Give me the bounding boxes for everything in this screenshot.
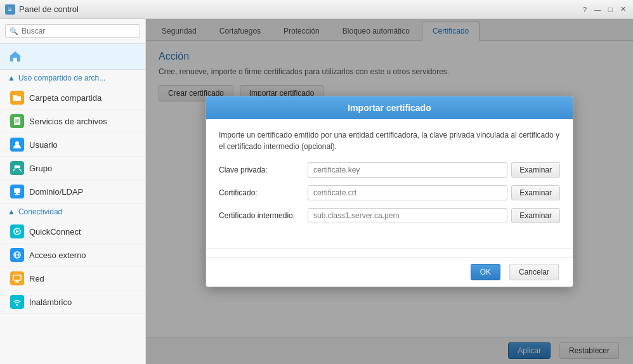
app-icon: ≡ bbox=[5, 4, 15, 15]
section-header-sharing[interactable]: ▲ Uso compartido de arch... bbox=[0, 70, 145, 86]
section-label-connectivity: Conectividad bbox=[18, 207, 62, 216]
section-header-connectivity[interactable]: ▲ Conectividad bbox=[0, 204, 145, 220]
sidebar-item-user[interactable]: Usuario bbox=[0, 133, 145, 157]
svg-point-9 bbox=[17, 166, 20, 169]
import-certificate-modal: Importar certificado Importe un certific… bbox=[206, 96, 573, 287]
help-button[interactable]: ? bbox=[580, 4, 590, 15]
sidebar-label-group: Grupo bbox=[29, 164, 52, 173]
input-certificate[interactable] bbox=[308, 185, 507, 200]
shared-folder-icon bbox=[10, 91, 24, 105]
network-icon bbox=[10, 271, 24, 285]
sidebar-item-file-services[interactable]: Servicios de archivos bbox=[0, 110, 145, 133]
sidebar-item-shared-folder[interactable]: Carpeta compartida bbox=[0, 86, 145, 110]
label-certificate: Certificado: bbox=[219, 188, 308, 197]
modal-footer: OK Cancelar bbox=[206, 257, 573, 287]
svg-marker-1 bbox=[10, 51, 21, 56]
home-icon bbox=[8, 49, 23, 64]
label-private-key: Clave privada: bbox=[219, 166, 308, 174]
sidebar-item-wireless[interactable]: Inalámbrico bbox=[0, 290, 145, 314]
form-row-certificate: Certificado: Examinar bbox=[219, 185, 560, 200]
browse-private-key-button[interactable]: Examinar bbox=[511, 162, 560, 178]
maximize-button[interactable]: □ bbox=[605, 4, 615, 15]
modal-body: Importe un certificado emitido por una e… bbox=[206, 119, 573, 241]
modal-header: Importar certificado bbox=[206, 96, 573, 119]
minimize-button[interactable]: — bbox=[592, 4, 603, 15]
svg-rect-12 bbox=[15, 194, 20, 195]
wireless-icon bbox=[10, 295, 24, 309]
svg-rect-10 bbox=[14, 188, 20, 193]
group-icon bbox=[10, 161, 24, 175]
sidebar-item-domain[interactable]: Dominio/LDAP bbox=[0, 180, 145, 204]
section-label-sharing: Uso compartido de arch... bbox=[18, 74, 105, 82]
sidebar-label-file-services: Servicios de archivos bbox=[29, 117, 107, 126]
search-box[interactable]: 🔍 bbox=[5, 24, 140, 38]
sidebar-item-network[interactable]: Red bbox=[0, 267, 145, 290]
search-input[interactable] bbox=[22, 27, 136, 36]
input-intermediate[interactable] bbox=[308, 208, 507, 223]
domain-icon bbox=[10, 185, 24, 198]
search-icon: 🔍 bbox=[10, 27, 18, 36]
browse-intermediate-button[interactable]: Examinar bbox=[511, 208, 560, 223]
main-container: 🔍 ▲ Uso compartido de arch... bbox=[0, 19, 633, 364]
svg-rect-2 bbox=[13, 58, 17, 62]
sidebar-label-external-access: Acceso externo bbox=[29, 250, 86, 260]
title-bar: ≡ Panel de control ? — □ ✕ bbox=[0, 0, 633, 19]
file-services-icon bbox=[10, 114, 24, 128]
sidebar-label-quickconnect: QuickConnect bbox=[29, 227, 81, 237]
modal-ok-button[interactable]: OK bbox=[471, 264, 500, 280]
close-button[interactable]: ✕ bbox=[618, 4, 628, 15]
collapse-icon: ▲ bbox=[8, 74, 15, 82]
browse-certificate-button[interactable]: Examinar bbox=[511, 185, 560, 200]
window-controls: ? — □ ✕ bbox=[580, 4, 628, 15]
sidebar-item-group[interactable]: Grupo bbox=[0, 157, 145, 180]
quickconnect-icon bbox=[10, 224, 24, 238]
form-row-intermediate: Certificado intermedio: Examinar bbox=[219, 208, 560, 223]
sidebar-label-shared-folder: Carpeta compartida bbox=[29, 93, 101, 103]
sidebar-label-network: Red bbox=[29, 274, 44, 283]
collapse-icon-connectivity: ▲ bbox=[8, 207, 15, 216]
svg-point-20 bbox=[16, 304, 18, 306]
form-row-private-key: Clave privada: Examinar bbox=[219, 162, 560, 178]
sidebar-label-user: Usuario bbox=[29, 140, 58, 150]
external-access-icon bbox=[10, 248, 24, 262]
sidebar: 🔍 ▲ Uso compartido de arch... bbox=[0, 19, 146, 364]
svg-rect-17 bbox=[13, 275, 21, 280]
sidebar-label-wireless: Inalámbrico bbox=[29, 297, 72, 307]
user-icon bbox=[10, 138, 24, 152]
content-area: Seguridad Cortafuegos Protección Bloqueo… bbox=[146, 19, 633, 364]
window-title: Panel de control bbox=[19, 4, 79, 14]
input-private-key[interactable] bbox=[308, 162, 507, 178]
sidebar-item-quickconnect[interactable]: QuickConnect bbox=[0, 220, 145, 244]
modal-title: Importar certificado bbox=[216, 103, 563, 113]
sidebar-search-area: 🔍 bbox=[0, 19, 145, 44]
sidebar-label-domain: Dominio/LDAP bbox=[29, 187, 83, 197]
modal-cancel-button[interactable]: Cancelar bbox=[509, 264, 559, 280]
modal-description: Importe un certificado emitido por una e… bbox=[219, 129, 560, 152]
sidebar-home-button[interactable] bbox=[0, 44, 145, 70]
modal-divider bbox=[206, 249, 573, 249]
sidebar-item-external-access[interactable]: Acceso externo bbox=[0, 244, 145, 267]
modal-overlay: Importar certificado Importe un certific… bbox=[146, 19, 633, 364]
label-intermediate: Certificado intermedio: bbox=[219, 211, 308, 220]
